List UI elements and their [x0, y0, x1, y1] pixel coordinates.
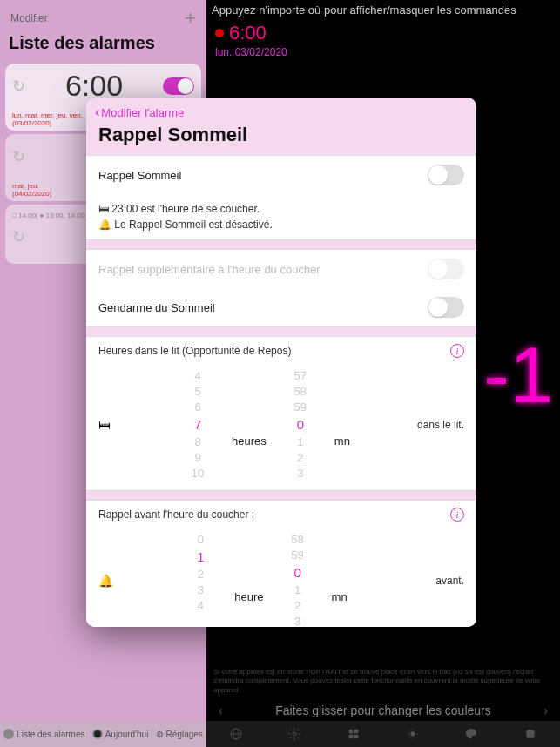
edit-alarm-modal: ‹ Modifier l'alarme Rappel Sommeil Rappe… [86, 98, 476, 627]
sleep-reminder-toggle[interactable] [428, 165, 464, 185]
repeat-icon: ↻ [12, 147, 25, 166]
alarm-toggle[interactable] [163, 77, 194, 95]
globe-icon[interactable] [229, 727, 243, 741]
back-button[interactable]: ‹ Modifier l'alarme [86, 98, 476, 122]
gear-icon: ⚙ [156, 730, 164, 739]
date-display: lun. 03/02/2020 [206, 46, 560, 58]
sleep-gendarme-toggle[interactable] [428, 297, 464, 318]
page-title: Liste des alarmes [0, 33, 206, 60]
reminder-before-header: Rappel avant l'heure du coucher : i [86, 501, 476, 528]
brightness-icon[interactable] [406, 727, 420, 741]
extra-reminder-row: Rappel supplémentaire à l'heure du couch… [86, 250, 476, 288]
hours-unit-label: heure [234, 559, 263, 603]
svg-rect-5 [354, 730, 359, 734]
left-tabbar: Liste des alarmes Aujourd'hui ⚙Réglages [0, 721, 206, 747]
edit-button[interactable]: Modifier [10, 12, 48, 24]
bed-icon: 🛏 [98, 418, 116, 432]
left-header: Modifier + [0, 0, 206, 33]
repeat-icon: ↻ [12, 227, 25, 246]
svg-rect-7 [354, 735, 359, 739]
picker-suffix: dans le lit. [405, 419, 464, 431]
hours-in-bed-header: Heures dans le lit (Opportunité de Repos… [86, 337, 476, 365]
svg-rect-9 [526, 730, 534, 737]
sleep-info-text: 🛏 23:00 est l'heure de se coucher. 🔔 Le … [86, 194, 476, 239]
svg-rect-6 [349, 735, 354, 739]
chevron-left-icon: ‹ [95, 104, 99, 120]
hours-wheel[interactable]: 4 5 6 7 8 9 10 [167, 368, 228, 481]
svg-rect-4 [349, 730, 354, 734]
record-icon [215, 29, 224, 37]
svg-point-3 [293, 732, 296, 736]
sleep-reminder-row: Rappel Sommeil [86, 156, 476, 194]
repeat-icon: ↻ [12, 77, 25, 96]
swipe-hint: ‹ Faites glisser pour changer les couleu… [206, 703, 560, 717]
tab-alarm-list[interactable]: Liste des alarmes [3, 729, 84, 739]
minutes-unit-label: mn [334, 403, 350, 448]
modal-title: Rappel Sommeil [86, 122, 476, 155]
right-tabbar [206, 721, 560, 747]
portrait-hint: Si votre appareil est en mode PORTRAIT e… [213, 668, 553, 695]
hours-in-bed-picker[interactable]: 🛏 4 5 6 7 8 9 10 heures 57 58 59 0 1 [86, 365, 476, 490]
add-alarm-button[interactable]: + [185, 7, 196, 30]
color-icon[interactable] [464, 727, 478, 741]
grid-icon[interactable] [347, 727, 361, 741]
minutes-unit-label: mn [332, 559, 347, 603]
hours-unit-label: heures [232, 403, 267, 448]
sleep-gendarme-row: Gendarme du Sommeil [86, 288, 476, 326]
clock-display: 6:00 [206, 20, 560, 46]
tab-settings[interactable]: ⚙Réglages [156, 730, 203, 739]
svg-point-8 [410, 731, 415, 736]
extra-reminder-toggle [428, 259, 464, 279]
hours-wheel[interactable]: 0 1 2 3 4 [170, 532, 231, 614]
info-icon[interactable]: i [450, 508, 464, 522]
tab-today[interactable]: Aujourd'hui [92, 729, 149, 739]
chevron-right-icon: › [543, 703, 548, 717]
picker-suffix: avant. [405, 575, 464, 587]
bell-icon: 🔔 [98, 574, 116, 588]
reminder-before-picker[interactable]: 🔔 0 1 2 3 4 heure 58 59 0 1 [86, 528, 476, 627]
countdown-display: -1 [483, 331, 553, 421]
minutes-wheel[interactable]: 58 59 0 1 2 3 [267, 532, 328, 627]
gear-icon[interactable] [287, 727, 301, 741]
info-icon[interactable]: i [450, 344, 464, 358]
stop-icon[interactable] [523, 727, 537, 741]
chevron-left-icon: ‹ [219, 703, 223, 717]
minutes-wheel[interactable]: 57 58 59 0 1 2 3 [270, 368, 331, 481]
hint-text: Appuyez n'importe où pour afficher/masqu… [206, 0, 560, 20]
